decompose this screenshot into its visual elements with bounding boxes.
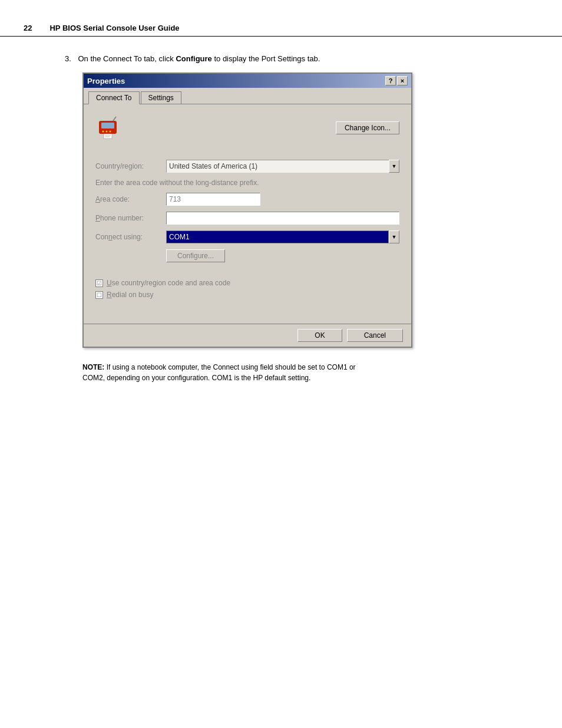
country-select[interactable]: United States of America (1) xyxy=(166,160,399,173)
phone-number-row: Phone number: xyxy=(95,212,399,225)
dialog-title: Properties xyxy=(87,77,125,85)
country-select-arrow[interactable]: ▼ xyxy=(389,160,399,173)
page-header: 22 HP BIOS Serial Console User Guide xyxy=(0,0,562,37)
area-code-label: Area code: xyxy=(95,195,166,203)
checkbox-redial-row: ☐ Redial on busy xyxy=(95,291,399,299)
help-button[interactable]: ? xyxy=(385,76,396,85)
note-bold: NOTE: xyxy=(82,363,104,371)
area-code-row: Area code: 713 xyxy=(95,193,399,206)
icon-row: Change Icon... xyxy=(95,114,399,148)
phone-input[interactable] xyxy=(166,212,399,225)
country-select-wrapper: United States of America (1) ▼ xyxy=(166,160,399,173)
svg-point-4 xyxy=(110,131,111,133)
instruction-bold-word: Configure xyxy=(176,54,211,63)
title-buttons: ? × xyxy=(385,76,408,85)
svg-rect-1 xyxy=(101,123,114,129)
svg-point-2 xyxy=(103,131,104,133)
close-button[interactable]: × xyxy=(397,76,408,85)
tab-settings[interactable]: Settings xyxy=(141,91,181,104)
connect-using-label: Connect using: xyxy=(95,233,166,241)
cancel-button[interactable]: Cancel xyxy=(347,329,403,342)
dialog-wrapper: Properties ? × Connect To Settings xyxy=(82,73,497,348)
note-text: If using a notebook computer, the Connec… xyxy=(82,363,356,382)
instruction-paragraph: 3. On the Connect To tab, click Configur… xyxy=(65,54,515,63)
configure-button[interactable]: Configure... xyxy=(166,249,225,262)
step-number: 3. xyxy=(65,54,71,63)
instruction-text-before: On the Connect To tab, click xyxy=(78,54,176,63)
page-container: 22 HP BIOS Serial Console User Guide 3. … xyxy=(0,0,562,728)
configure-btn-wrapper: Configure... xyxy=(95,249,399,271)
checkbox-use-country-row: ☑ Use country/region code and area code xyxy=(95,279,399,287)
phone-label: Phone number: xyxy=(95,214,166,222)
com-select-display[interactable]: COM1 xyxy=(166,230,389,243)
page-title: HP BIOS Serial Console User Guide xyxy=(49,24,179,32)
use-country-label: Use country/region code and area code xyxy=(107,279,230,287)
svg-line-5 xyxy=(113,117,116,121)
content-area: 3. On the Connect To tab, click Configur… xyxy=(0,37,562,407)
svg-rect-6 xyxy=(104,134,112,139)
com-select-arrow[interactable]: ▼ xyxy=(389,230,399,243)
dialog-titlebar: Properties ? × xyxy=(84,74,411,88)
properties-dialog: Properties ? × Connect To Settings xyxy=(82,73,412,348)
redial-checkbox[interactable]: ☐ xyxy=(95,291,103,299)
spacer xyxy=(95,302,399,314)
tab-bar: Connect To Settings xyxy=(84,88,411,104)
area-code-input[interactable]: 713 xyxy=(166,193,260,206)
country-label: Country/region: xyxy=(95,162,166,170)
country-region-row: Country/region: United States of America… xyxy=(95,160,399,173)
note-section: NOTE: If using a notebook computer, the … xyxy=(82,362,377,383)
com-select-wrapper: COM1 ▼ xyxy=(166,230,399,243)
dialog-body: Change Icon... Country/region: United St… xyxy=(84,104,411,324)
page-number: 22 xyxy=(24,24,32,32)
connect-using-row: Connect using: COM1 ▼ xyxy=(95,230,399,243)
area-code-helper: Enter the area code without the long-dis… xyxy=(95,179,399,187)
instruction-text-after: to display the Port Settings tab. xyxy=(212,54,320,63)
phone-icon xyxy=(95,114,124,142)
change-icon-button[interactable]: Change Icon... xyxy=(336,121,399,134)
tab-connect-to[interactable]: Connect To xyxy=(88,91,140,104)
use-country-checkbox[interactable]: ☑ xyxy=(95,279,103,287)
ok-button[interactable]: OK xyxy=(297,329,342,342)
svg-point-3 xyxy=(106,131,108,133)
redial-label: Redial on busy xyxy=(107,291,153,299)
dialog-footer: OK Cancel xyxy=(84,324,411,347)
